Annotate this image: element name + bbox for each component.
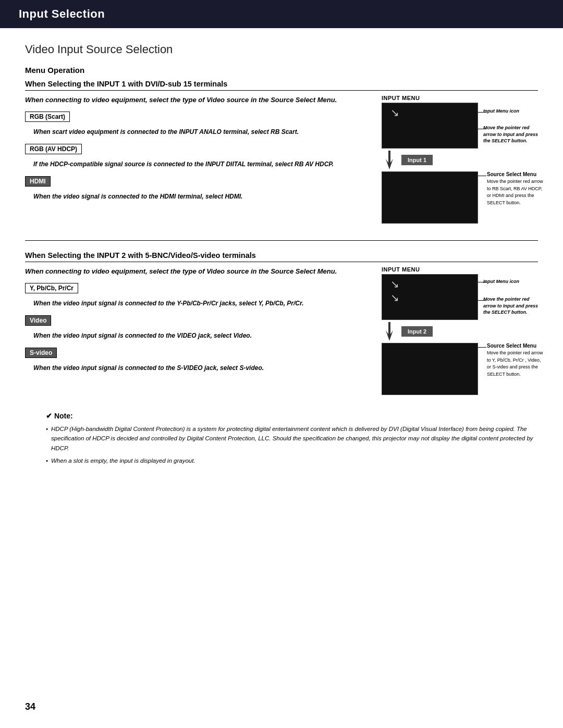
note-label: Note:	[54, 412, 73, 420]
input1-source-box-wrap: Source Select Menu Move the pointer red …	[382, 171, 538, 224]
input1-down-arrow-svg	[382, 151, 397, 169]
input2-pointer-annotation: Move the pointer red arrow to Input and …	[483, 296, 538, 316]
input1-anno-line2	[478, 129, 486, 129]
input2-source-box	[382, 343, 478, 395]
input1-title: When Selecting the INPUT 1 with DVI/D-su…	[25, 80, 538, 91]
input2-anno-line2	[478, 300, 486, 301]
badge-hdmi: HDMI	[25, 176, 51, 187]
input2-menu-box: ↘ ↘	[382, 274, 478, 320]
page-number: 34	[25, 701, 35, 712]
input1-left-col: When connecting to video equipment, sele…	[25, 95, 369, 208]
input2-intro: When connecting to video equipment, sele…	[25, 266, 369, 277]
menu-operation-heading: Menu Operation	[25, 66, 538, 75]
input1-down-arrow-container: Input 1	[382, 151, 538, 169]
badge-rgb-hdcp: RGB (AV HDCP)	[25, 144, 82, 154]
badge-svideo-desc: When the video input signal is connected…	[33, 363, 369, 373]
input1-anno-line1	[478, 112, 486, 113]
badge-hdmi-desc: When the video signal is connected to th…	[33, 192, 369, 201]
input1-menu-label: INPUT MENU	[382, 95, 538, 101]
input2-input-button: Input 2	[401, 326, 433, 337]
badge-rgb-scart: RGB (Scart)	[25, 112, 70, 122]
badge-item-rgb-hdcp: RGB (AV HDCP) If the HDCP-compatible sig…	[25, 144, 369, 169]
header-title: Input Selection	[19, 7, 105, 20]
page-header: Input Selection	[0, 0, 563, 28]
input1-icon-annotation: Input Menu icon	[483, 108, 535, 115]
input1-menu-box-wrap: ↘ Input Menu icon Move the pointer red a…	[382, 103, 538, 149]
input1-source-anno-line	[478, 176, 486, 176]
input2-title: When Selecting the INPUT 2 with 5-BNC/Vi…	[25, 251, 538, 262]
input1-intro: When connecting to video equipment, sele…	[25, 95, 369, 105]
badge-item-hdmi: HDMI When the video signal is connected …	[25, 176, 369, 201]
input1-source-menu-anno: Move the pointer red arrow to RB Scart, …	[487, 178, 543, 206]
input2-anno-line1	[478, 282, 486, 282]
input2-diag-arrow1: ↘	[390, 279, 399, 289]
svg-rect-3	[388, 322, 390, 336]
badge-ypbcb-desc: When the video input signal is connected…	[33, 299, 369, 308]
section-title: Video Input Source Selection	[25, 43, 538, 56]
badge-item-ypbcb: Y, Pb/Cb, Pr/Cr When the video input sig…	[25, 283, 369, 308]
input1-diagram: INPUT MENU ↘ Input Menu icon Move	[382, 95, 538, 224]
input1-source-box	[382, 171, 478, 224]
svg-rect-1	[388, 151, 390, 164]
note-item-1: HDCP (High-bandwidth Digital Content Pro…	[46, 424, 538, 453]
badge-item-svideo: S-video When the video input signal is c…	[25, 348, 369, 373]
input1-input-button: Input 1	[401, 155, 433, 165]
input2-diag-arrow2: ↘	[390, 292, 399, 303]
note-title: ✔ Note:	[46, 412, 538, 420]
badge-video-desc: When the video input signal is connected…	[33, 331, 369, 340]
input1-diag-arrow: ↘	[390, 107, 399, 118]
badge-svideo: S-video	[25, 348, 57, 358]
input1-section: When Selecting the INPUT 1 with DVI/D-su…	[25, 80, 538, 224]
input2-source-menu-label: Source Select Menu	[487, 343, 543, 349]
input2-diagram: INPUT MENU ↘ ↘ Input Menu icon Move the …	[382, 266, 538, 395]
section-divider	[25, 240, 538, 241]
input2-icon-annotation: Input Menu icon	[483, 278, 535, 285]
badge-rgb-hdcp-desc: If the HDCP-compatible signal source is …	[33, 159, 369, 169]
note-section: ✔ Note: HDCP (High-bandwidth Digital Con…	[25, 412, 538, 466]
note-item-2: When a slot is empty, the input is displ…	[46, 456, 538, 465]
input2-menu-box-wrap: ↘ ↘ Input Menu icon Move the pointer red…	[382, 274, 538, 320]
input2-down-arrow-svg	[382, 322, 397, 341]
input2-left-col: When connecting to video equipment, sele…	[25, 266, 369, 380]
badge-video: Video	[25, 315, 51, 326]
input2-source-annotation: Source Select Menu Move the pointer red …	[487, 343, 543, 378]
input2-menu-label: INPUT MENU	[382, 266, 538, 273]
note-checkmark: ✔	[46, 412, 52, 420]
input1-source-menu-label: Source Select Menu	[487, 171, 543, 177]
input2-down-arrow-container: Input 2	[382, 322, 538, 341]
badge-item-video: Video When the video input signal is con…	[25, 315, 369, 340]
input2-source-box-wrap: Source Select Menu Move the pointer red …	[382, 343, 538, 395]
input1-menu-box: ↘	[382, 103, 478, 149]
input2-source-menu-anno: Move the pointer red arrow to Y, Pb/Cb, …	[487, 350, 543, 378]
badge-rgb-scart-desc: When scart video equipment is connected …	[33, 127, 369, 137]
badge-item-rgb-scart: RGB (Scart) When scart video equipment i…	[25, 112, 369, 137]
input2-source-anno-line	[478, 347, 486, 348]
input1-source-annotation: Source Select Menu Move the pointer red …	[487, 171, 543, 206]
input2-section: When Selecting the INPUT 2 with 5-BNC/Vi…	[25, 251, 538, 395]
badge-ypbcb: Y, Pb/Cb, Pr/Cr	[25, 283, 78, 293]
input1-pointer-annotation: Move the pointer red arrow to Input and …	[483, 125, 538, 144]
